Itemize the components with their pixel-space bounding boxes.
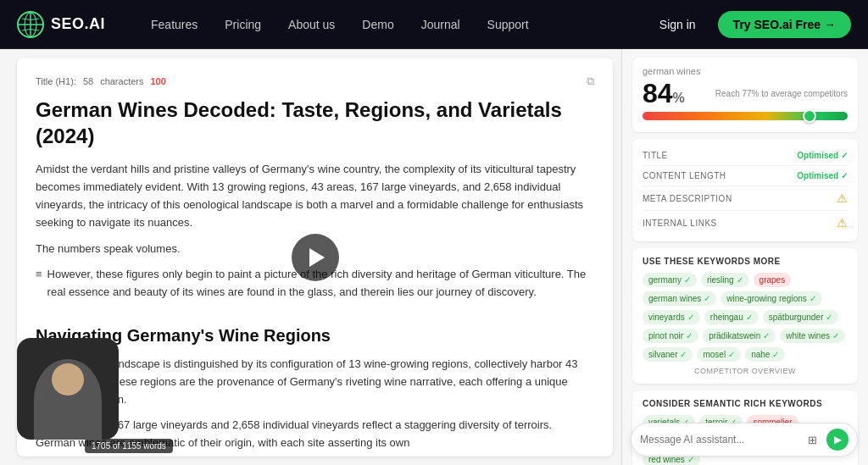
copy-icon[interactable]: ⧉ <box>587 75 594 88</box>
article-title[interactable]: German Wines Decoded: Taste, Regions, an… <box>36 97 594 149</box>
nav-demo[interactable]: Demo <box>350 13 405 36</box>
metric-meta-label: META DESCRIPTION <box>643 194 732 203</box>
metric-internal-links: INTERNAL LINKS ⚠ <box>643 211 848 235</box>
metrics-section: TITLE Optimised ✓ CONTENT LENGTH Optimis… <box>632 139 858 241</box>
play-icon <box>309 248 325 267</box>
sign-in-button[interactable]: Sign in <box>648 13 708 36</box>
kw-mosel[interactable]: mosel ✓ <box>697 347 741 362</box>
nav-journal[interactable]: Journal <box>409 13 472 36</box>
para-4: The viticultural landscape is distinguis… <box>36 356 594 408</box>
nav-right: Sign in Try SEO.ai Free → <box>648 11 851 38</box>
score-label: german wines <box>643 66 848 76</box>
avatar-silhouette <box>34 359 102 440</box>
navbar: SEO.AI Features Pricing About us Demo Jo… <box>0 0 868 49</box>
metric-links-label: INTERNAL LINKS <box>643 219 717 228</box>
metric-links-status: ⚠ <box>837 216 848 230</box>
ai-chat-bar: ⊞ ▶ <box>631 423 858 457</box>
main-area: Title (H1): 58 characters 100 ⧉ German W… <box>0 49 868 465</box>
kw-spatburgunder[interactable]: spätburgunder ✓ <box>763 310 839 324</box>
right-panel: german wines 84% Reach 77% to average co… <box>622 49 868 465</box>
title-label: Title (H1): <box>36 76 76 86</box>
article-body: Amidst the verdant hills and pristine va… <box>36 161 594 452</box>
kw-german-wines[interactable]: german wines ✓ <box>643 291 716 306</box>
kw-rheingau[interactable]: rheingau ✓ <box>704 310 759 324</box>
nav-pricing[interactable]: Pricing <box>213 13 273 36</box>
metric-title-label: TITLE <box>643 151 668 160</box>
char-count: 58 <box>83 76 93 86</box>
kw-white-wines[interactable]: white wines ✓ <box>780 329 845 343</box>
keyword-tags: germany ✓ riesling ✓ grapes german wines… <box>643 273 848 362</box>
score-bar <box>643 112 848 120</box>
logo-icon <box>17 11 44 38</box>
ai-attach-icon[interactable]: ⊞ <box>803 430 821 449</box>
metric-title: TITLE Optimised ✓ <box>643 146 848 166</box>
avatar-head <box>52 363 84 396</box>
metric-content-length: CONTENT LENGTH Optimised ✓ <box>643 166 848 186</box>
title-meta: Title (H1): 58 characters 100 ⧉ <box>36 75 594 88</box>
avatar <box>17 338 119 440</box>
kw-riesling[interactable]: riesling ✓ <box>701 273 749 287</box>
score-row: 84% Reach 77% to average competitors <box>643 80 848 107</box>
nav-about[interactable]: About us <box>276 13 347 36</box>
try-free-button[interactable]: Try SEO.ai Free → <box>718 11 851 38</box>
competitor-overview-1[interactable]: COMPETITOR OVERVIEW <box>643 367 848 375</box>
kw-pradikatswein[interactable]: prädikatswein ✓ <box>703 329 776 343</box>
editor-panel: Title (H1): 58 characters 100 ⧉ German W… <box>0 49 622 465</box>
keywords-title: USE THESE KEYWORDS MORE <box>643 257 848 266</box>
char-num: 100 <box>150 76 165 86</box>
section-heading: Navigating Germany's Wine Regions <box>36 322 594 349</box>
kw-nahe[interactable]: nahe ✓ <box>745 347 785 362</box>
logo-text: SEO.AI <box>51 15 105 33</box>
score-display: 84% <box>643 80 685 107</box>
semantic-title: CONSIDER SEMANTIC RICH KEYWORDS <box>643 399 848 408</box>
kw-pinot-noir[interactable]: pinot noir ✓ <box>643 329 698 343</box>
kw-vineyards[interactable]: vineyards ✓ <box>643 310 700 324</box>
para-1: Amidst the verdant hills and pristine va… <box>36 161 594 231</box>
score-marker <box>803 109 816 123</box>
kw-silvaner[interactable]: silvaner ✓ <box>643 347 693 362</box>
score-section: german wines 84% Reach 77% to average co… <box>632 58 858 132</box>
avatar-section <box>17 338 119 448</box>
ai-icons: ⊞ ▶ <box>803 429 849 451</box>
metric-title-status: Optimised ✓ <box>797 151 848 160</box>
score-number: 84 <box>643 78 673 108</box>
logo[interactable]: SEO.AI <box>17 11 105 38</box>
editor-inner: Title (H1): 58 characters 100 ⧉ German W… <box>17 58 613 457</box>
score-reach: Reach 77% to average competitors <box>715 89 848 98</box>
score-percent: % <box>673 91 685 105</box>
kw-grapes[interactable]: grapes <box>754 273 792 287</box>
ai-message-input[interactable] <box>640 434 803 446</box>
kw-wine-growing[interactable]: wine-growing regions ✓ <box>721 291 822 306</box>
bullet-icon: ≡ <box>36 266 42 310</box>
keywords-section: USE THESE KEYWORDS MORE germany ✓ riesli… <box>632 248 858 384</box>
metric-content-status: Optimised ✓ <box>797 171 848 180</box>
ai-send-button[interactable]: ▶ <box>826 429 849 451</box>
nav-support[interactable]: Support <box>476 13 541 36</box>
nav-links: Features Pricing About us Demo Journal S… <box>139 13 648 36</box>
metric-meta-status: ⚠ <box>837 191 848 205</box>
metric-content-label: CONTENT LENGTH <box>643 171 726 180</box>
nav-features[interactable]: Features <box>139 13 209 36</box>
kw-germany[interactable]: germany ✓ <box>643 273 697 287</box>
char-label: characters <box>100 76 143 86</box>
metric-meta-desc: META DESCRIPTION ⚠ <box>643 186 848 211</box>
video-play-button[interactable] <box>292 234 339 281</box>
